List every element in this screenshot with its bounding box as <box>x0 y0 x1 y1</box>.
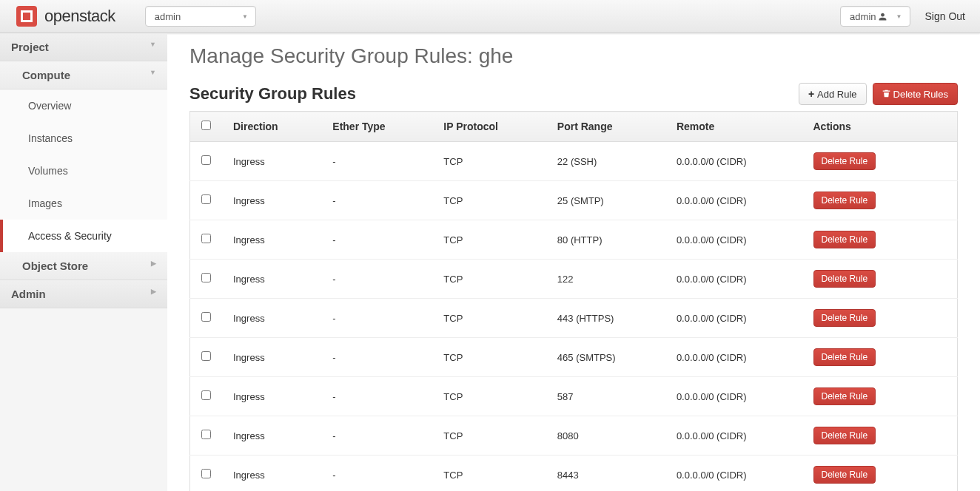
sidebar-item-label: Images <box>28 197 62 209</box>
cell-ip-protocol: TCP <box>432 416 546 456</box>
row-select-checkbox[interactable] <box>201 234 211 243</box>
delete-rule-button[interactable]: Delete Rule <box>813 231 876 248</box>
nav-admin[interactable]: Admin <box>0 280 167 308</box>
rules-table: Direction Ether Type IP Protocol Port Ra… <box>189 111 958 491</box>
cell-remote: 0.0.0.0/0 (CIDR) <box>665 338 802 377</box>
col-port-range: Port Range <box>546 112 665 142</box>
cell-actions: Delete Rule <box>802 377 958 416</box>
section-header: Security Group Rules + Add Rule Delete R… <box>189 83 958 105</box>
delete-rules-button[interactable]: Delete Rules <box>873 83 958 105</box>
sidebar-item-label: Overview <box>28 100 71 112</box>
cell-port-range: 587 <box>546 377 665 416</box>
cell-direction: Ingress <box>222 260 321 299</box>
cell-direction: Ingress <box>222 416 321 456</box>
cell-direction: Ingress <box>222 181 321 220</box>
cell-ether-type: - <box>321 142 432 181</box>
delete-rule-button[interactable]: Delete Rule <box>813 270 876 288</box>
row-select-checkbox[interactable] <box>201 273 211 282</box>
cell-remote: 0.0.0.0/0 (CIDR) <box>665 142 802 181</box>
row-select-cell <box>190 416 223 456</box>
sidebar-item-overview[interactable]: Overview <box>0 89 167 122</box>
delete-rule-button[interactable]: Delete Rule <box>813 348 876 366</box>
svg-rect-2 <box>23 13 30 20</box>
table-row: Ingress-TCP84430.0.0.0/0 (CIDR)Delete Ru… <box>190 456 958 492</box>
trash-icon <box>882 89 890 100</box>
nav-compute[interactable]: Compute <box>0 61 167 89</box>
cell-ether-type: - <box>321 416 432 456</box>
add-rule-label: Add Rule <box>817 89 856 100</box>
row-select-checkbox[interactable] <box>201 430 211 439</box>
sidebar: Project Compute OverviewInstancesVolumes… <box>0 33 167 491</box>
project-selector-value: admin <box>155 11 181 22</box>
nav-object-store-label: Object Store <box>22 260 88 272</box>
section-actions: + Add Rule Delete Rules <box>799 83 958 105</box>
cell-direction: Ingress <box>222 299 321 338</box>
user-icon <box>876 11 887 22</box>
topbar-right: admin Sign Out <box>840 6 965 27</box>
logo: openstack <box>15 4 115 28</box>
cell-ether-type: - <box>321 260 432 299</box>
row-select-checkbox[interactable] <box>201 351 211 361</box>
table-header-row: Direction Ether Type IP Protocol Port Ra… <box>190 112 958 142</box>
delete-rule-button[interactable]: Delete Rule <box>813 427 876 444</box>
cell-ether-type: - <box>321 181 432 220</box>
row-select-cell <box>190 338 223 377</box>
sidebar-item-label: Instances <box>28 132 73 144</box>
row-select-checkbox[interactable] <box>201 312 211 322</box>
table-row: Ingress-TCP465 (SMTPS)0.0.0.0/0 (CIDR)De… <box>190 338 958 377</box>
col-ether-type: Ether Type <box>321 112 432 142</box>
cell-ether-type: - <box>321 299 432 338</box>
delete-rule-button[interactable]: Delete Rule <box>813 152 876 170</box>
cell-remote: 0.0.0.0/0 (CIDR) <box>665 260 802 299</box>
cell-direction: Ingress <box>222 456 321 492</box>
col-remote: Remote <box>665 112 802 142</box>
project-selector[interactable]: admin <box>145 6 256 27</box>
sidebar-item-images[interactable]: Images <box>0 187 167 220</box>
add-rule-button[interactable]: + Add Rule <box>799 83 867 105</box>
delete-rule-button[interactable]: Delete Rule <box>813 387 876 405</box>
cell-port-range: 22 (SSH) <box>546 142 665 181</box>
cell-actions: Delete Rule <box>802 260 958 299</box>
nav-project[interactable]: Project <box>0 33 167 61</box>
delete-rule-button[interactable]: Delete Rule <box>813 466 876 484</box>
col-ip-protocol: IP Protocol <box>432 112 546 142</box>
main: Manage Security Group Rules: ghe Securit… <box>167 33 980 491</box>
openstack-logo-icon <box>15 4 38 28</box>
signout-link[interactable]: Sign Out <box>925 10 965 22</box>
cell-direction: Ingress <box>222 377 321 416</box>
sidebar-item-volumes[interactable]: Volumes <box>0 155 167 187</box>
section-title: Security Group Rules <box>189 84 356 104</box>
select-all-checkbox[interactable] <box>201 121 211 130</box>
col-actions: Actions <box>802 112 958 142</box>
row-select-cell <box>190 260 223 299</box>
cell-ether-type: - <box>321 338 432 377</box>
nav-admin-label: Admin <box>11 288 46 300</box>
row-select-cell <box>190 456 223 492</box>
cell-port-range: 8443 <box>546 456 665 492</box>
cell-ip-protocol: TCP <box>432 181 546 220</box>
cell-ip-protocol: TCP <box>432 220 546 260</box>
cell-ip-protocol: TCP <box>432 377 546 416</box>
delete-rule-button[interactable]: Delete Rule <box>813 192 876 209</box>
cell-ip-protocol: TCP <box>432 299 546 338</box>
delete-rule-button[interactable]: Delete Rule <box>813 309 876 327</box>
cell-remote: 0.0.0.0/0 (CIDR) <box>665 181 802 220</box>
cell-port-range: 80 (HTTP) <box>546 220 665 260</box>
cell-actions: Delete Rule <box>802 416 958 456</box>
row-select-cell <box>190 377 223 416</box>
cell-remote: 0.0.0.0/0 (CIDR) <box>665 416 802 456</box>
row-select-checkbox[interactable] <box>201 194 211 204</box>
row-select-cell <box>190 299 223 338</box>
row-select-checkbox[interactable] <box>201 469 211 478</box>
nav-object-store[interactable]: Object Store <box>0 252 167 280</box>
cell-port-range: 8080 <box>546 416 665 456</box>
cell-actions: Delete Rule <box>802 456 958 492</box>
sidebar-item-access-security[interactable]: Access & Security <box>0 220 167 252</box>
user-selector[interactable]: admin <box>840 6 910 27</box>
table-row: Ingress-TCP80800.0.0.0/0 (CIDR)Delete Ru… <box>190 416 958 456</box>
sidebar-item-instances[interactable]: Instances <box>0 122 167 155</box>
table-row: Ingress-TCP443 (HTTPS)0.0.0.0/0 (CIDR)De… <box>190 299 958 338</box>
row-select-checkbox[interactable] <box>201 155 211 165</box>
row-select-cell <box>190 181 223 220</box>
row-select-checkbox[interactable] <box>201 390 211 400</box>
